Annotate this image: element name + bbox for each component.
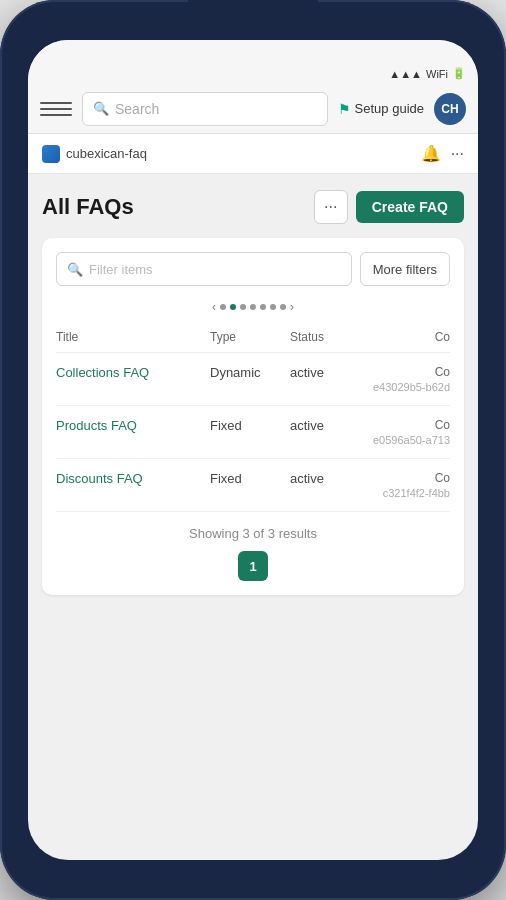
page-header: All FAQs ··· Create FAQ (42, 190, 464, 224)
dot-6 (270, 304, 276, 310)
col-header-status: Status (290, 330, 370, 344)
table-row: Discounts FAQ Fixed active Co c321f4f2-f… (56, 459, 450, 512)
status-icons: ▲▲▲ WiFi 🔋 (389, 67, 466, 80)
breadcrumb-more-icon[interactable]: ··· (451, 145, 464, 163)
filter-placeholder: Filter items (89, 262, 153, 277)
top-nav: 🔍 Search ⚑ Setup guide CH (28, 84, 478, 134)
search-icon: 🔍 (93, 101, 109, 116)
scroll-right-icon[interactable]: › (290, 300, 294, 314)
notification-icon[interactable]: 🔔 (421, 144, 441, 163)
breadcrumb-bar: cubexican-faq 🔔 ··· (28, 134, 478, 174)
header-actions: ··· Create FAQ (314, 190, 464, 224)
page-1-button[interactable]: 1 (238, 551, 268, 581)
row-2-co: Co (370, 418, 450, 432)
create-faq-button[interactable]: Create FAQ (356, 191, 464, 223)
signal-icon: ▲▲▲ (389, 68, 422, 80)
row-1-co-id: e43029b5-b62d (370, 381, 450, 393)
row-title-cell: Discounts FAQ (56, 471, 210, 486)
results-footer: Showing 3 of 3 results 1 (56, 526, 450, 581)
row-2-co-cell: Co e0596a50-a713 (370, 418, 450, 446)
row-title-cell: Collections FAQ (56, 365, 210, 380)
phone-screen: ▲▲▲ WiFi 🔋 🔍 Search ⚑ Setup guide CH (28, 40, 478, 860)
dot-3 (240, 304, 246, 310)
filter-input[interactable]: 🔍 Filter items (56, 252, 352, 286)
scroll-left-icon[interactable]: ‹ (212, 300, 216, 314)
more-options-button[interactable]: ··· (314, 190, 348, 224)
row-title-cell: Products FAQ (56, 418, 210, 433)
status-bar: ▲▲▲ WiFi 🔋 (28, 40, 478, 84)
row-3-status: active (290, 471, 370, 486)
row-3-type: Fixed (210, 471, 290, 486)
notch (188, 0, 318, 28)
dot-4 (250, 304, 256, 310)
column-scroll-indicator: ‹ › (56, 300, 450, 314)
row-2-type: Fixed (210, 418, 290, 433)
row-1-co: Co (370, 365, 450, 379)
table-header: Title Type Status Co (56, 324, 450, 353)
table-row: Collections FAQ Dynamic active Co e43029… (56, 353, 450, 406)
row-2-co-id: e0596a50-a713 (370, 434, 450, 446)
filter-row: 🔍 Filter items More filters (56, 252, 450, 286)
battery-icon: 🔋 (452, 67, 466, 80)
main-content: All FAQs ··· Create FAQ 🔍 Filter items M (28, 174, 478, 611)
col-header-co: Co (370, 330, 450, 344)
search-bar[interactable]: 🔍 Search (82, 92, 328, 126)
row-3-co-cell: Co c321f4f2-f4bb (370, 471, 450, 499)
setup-guide-label: Setup guide (355, 101, 424, 116)
breadcrumb-app-name: cubexican-faq (66, 146, 147, 161)
hamburger-line (40, 102, 72, 104)
hamburger-button[interactable] (40, 93, 72, 125)
dot-2 (230, 304, 236, 310)
hamburger-line (40, 114, 72, 116)
more-filters-button[interactable]: More filters (360, 252, 450, 286)
results-text: Showing 3 of 3 results (56, 526, 450, 541)
row-1-co-cell: Co e43029b5-b62d (370, 365, 450, 393)
row-1-status: active (290, 365, 370, 380)
search-placeholder: Search (115, 101, 159, 117)
row-1-type: Dynamic (210, 365, 290, 380)
dot-5 (260, 304, 266, 310)
row-3-title[interactable]: Discounts FAQ (56, 471, 210, 486)
row-2-status: active (290, 418, 370, 433)
filter-search-icon: 🔍 (67, 262, 83, 277)
table-row: Products FAQ Fixed active Co e0596a50-a7… (56, 406, 450, 459)
brand-icon (42, 145, 60, 163)
page-title: All FAQs (42, 194, 134, 220)
row-2-title[interactable]: Products FAQ (56, 418, 210, 433)
dot-1 (220, 304, 226, 310)
col-header-title: Title (56, 330, 210, 344)
breadcrumb-right-actions: 🔔 ··· (421, 144, 464, 163)
avatar[interactable]: CH (434, 93, 466, 125)
row-1-title[interactable]: Collections FAQ (56, 365, 210, 380)
flag-icon: ⚑ (338, 101, 351, 117)
col-header-type: Type (210, 330, 290, 344)
faq-card: 🔍 Filter items More filters ‹ › (42, 238, 464, 595)
wifi-icon: WiFi (426, 68, 448, 80)
row-3-co: Co (370, 471, 450, 485)
hamburger-line (40, 108, 72, 110)
more-options-icon: ··· (324, 198, 337, 216)
setup-guide-link[interactable]: ⚑ Setup guide (338, 101, 424, 117)
row-3-co-id: c321f4f2-f4bb (370, 487, 450, 499)
avatar-initials: CH (441, 102, 458, 116)
phone-frame: ▲▲▲ WiFi 🔋 🔍 Search ⚑ Setup guide CH (0, 0, 506, 900)
dot-7 (280, 304, 286, 310)
